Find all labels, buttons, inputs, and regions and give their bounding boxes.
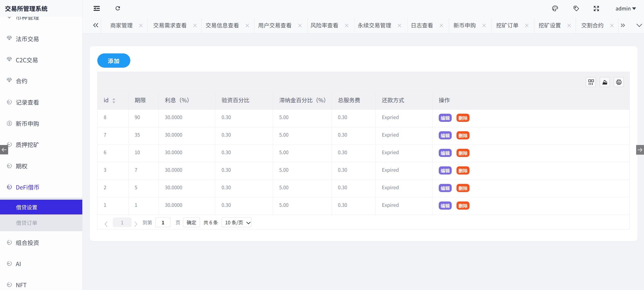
svg-text:$: $ (8, 121, 10, 125)
